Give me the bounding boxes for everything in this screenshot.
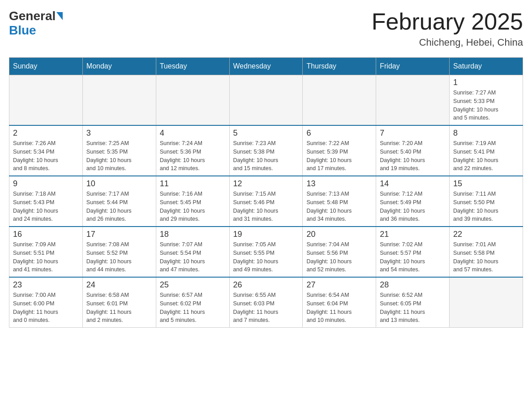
day-info: Sunrise: 6:57 AM Sunset: 6:02 PM Dayligh… — [160, 291, 226, 325]
day-info: Sunrise: 7:18 AM Sunset: 5:43 PM Dayligh… — [13, 190, 79, 223]
day-number: 21 — [380, 230, 446, 239]
calendar-cell — [229, 75, 303, 126]
day-info: Sunrise: 7:09 AM Sunset: 5:51 PM Dayligh… — [13, 240, 79, 274]
day-info: Sunrise: 7:20 AM Sunset: 5:40 PM Dayligh… — [380, 139, 446, 173]
page-header: General Blue February 2025 Chicheng, Heb… — [9, 9, 523, 48]
day-number: 10 — [86, 179, 152, 188]
day-number: 3 — [86, 128, 152, 138]
calendar-cell: 8Sunrise: 7:19 AM Sunset: 5:41 PM Daylig… — [450, 125, 523, 176]
calendar-cell: 21Sunrise: 7:02 AM Sunset: 5:57 PM Dayli… — [376, 227, 450, 277]
day-number: 11 — [160, 179, 226, 188]
day-info: Sunrise: 7:17 AM Sunset: 5:44 PM Dayligh… — [86, 190, 152, 223]
calendar-cell: 10Sunrise: 7:17 AM Sunset: 5:44 PM Dayli… — [82, 176, 156, 227]
calendar-cell: 9Sunrise: 7:18 AM Sunset: 5:43 PM Daylig… — [9, 176, 83, 227]
day-number: 9 — [13, 179, 79, 188]
calendar-week-row: 9Sunrise: 7:18 AM Sunset: 5:43 PM Daylig… — [9, 176, 523, 227]
calendar-cell: 28Sunrise: 6:52 AM Sunset: 6:05 PM Dayli… — [376, 277, 450, 328]
day-number: 2 — [13, 128, 79, 138]
month-title: February 2025 — [372, 9, 523, 34]
day-info: Sunrise: 7:01 AM Sunset: 5:58 PM Dayligh… — [453, 240, 519, 274]
calendar-week-row: 16Sunrise: 7:09 AM Sunset: 5:51 PM Dayli… — [9, 227, 523, 277]
calendar-cell — [82, 75, 156, 126]
day-number: 23 — [13, 280, 79, 290]
column-header-saturday: Saturday — [450, 58, 523, 75]
day-info: Sunrise: 7:11 AM Sunset: 5:50 PM Dayligh… — [453, 190, 519, 223]
day-info: Sunrise: 7:07 AM Sunset: 5:54 PM Dayligh… — [160, 240, 226, 274]
day-number: 17 — [86, 230, 152, 239]
calendar-header-row: SundayMondayTuesdayWednesdayThursdayFrid… — [9, 58, 523, 75]
logo-arrow-icon — [56, 12, 63, 20]
day-info: Sunrise: 7:16 AM Sunset: 5:45 PM Dayligh… — [160, 190, 226, 223]
calendar-cell: 27Sunrise: 6:54 AM Sunset: 6:04 PM Dayli… — [303, 277, 376, 328]
calendar-cell: 11Sunrise: 7:16 AM Sunset: 5:45 PM Dayli… — [156, 176, 229, 227]
day-number: 20 — [306, 230, 372, 239]
calendar-cell: 1Sunrise: 7:27 AM Sunset: 5:33 PM Daylig… — [450, 75, 523, 126]
logo-general-text: General — [9, 9, 56, 23]
calendar-cell: 22Sunrise: 7:01 AM Sunset: 5:58 PM Dayli… — [450, 227, 523, 277]
calendar-cell: 23Sunrise: 7:00 AM Sunset: 6:00 PM Dayli… — [9, 277, 83, 328]
logo: General Blue — [9, 9, 64, 38]
day-number: 14 — [380, 179, 446, 188]
calendar-cell: 3Sunrise: 7:25 AM Sunset: 5:35 PM Daylig… — [82, 125, 156, 176]
day-info: Sunrise: 6:55 AM Sunset: 6:03 PM Dayligh… — [233, 291, 299, 325]
day-number: 15 — [453, 179, 519, 188]
location-text: Chicheng, Hebei, China — [372, 37, 523, 48]
calendar-cell: 19Sunrise: 7:05 AM Sunset: 5:55 PM Dayli… — [229, 227, 303, 277]
day-number: 7 — [380, 128, 446, 138]
calendar-week-row: 2Sunrise: 7:26 AM Sunset: 5:34 PM Daylig… — [9, 125, 523, 176]
day-info: Sunrise: 7:26 AM Sunset: 5:34 PM Dayligh… — [13, 139, 79, 173]
column-header-sunday: Sunday — [9, 58, 83, 75]
calendar-cell: 25Sunrise: 6:57 AM Sunset: 6:02 PM Dayli… — [156, 277, 229, 328]
day-number: 12 — [233, 179, 299, 188]
calendar-cell: 5Sunrise: 7:23 AM Sunset: 5:38 PM Daylig… — [229, 125, 303, 176]
calendar-cell: 12Sunrise: 7:15 AM Sunset: 5:46 PM Dayli… — [229, 176, 303, 227]
day-number: 5 — [233, 128, 299, 138]
day-number: 22 — [453, 230, 519, 239]
calendar-cell: 16Sunrise: 7:09 AM Sunset: 5:51 PM Dayli… — [9, 227, 83, 277]
day-number: 16 — [13, 230, 79, 239]
calendar-cell: 20Sunrise: 7:04 AM Sunset: 5:56 PM Dayli… — [303, 227, 376, 277]
day-number: 19 — [233, 230, 299, 239]
calendar-cell: 4Sunrise: 7:24 AM Sunset: 5:36 PM Daylig… — [156, 125, 229, 176]
day-info: Sunrise: 7:23 AM Sunset: 5:38 PM Dayligh… — [233, 139, 299, 173]
day-number: 25 — [160, 280, 226, 290]
day-number: 26 — [233, 280, 299, 290]
calendar-cell: 14Sunrise: 7:12 AM Sunset: 5:49 PM Dayli… — [376, 176, 450, 227]
calendar-cell — [376, 75, 450, 126]
calendar-cell: 7Sunrise: 7:20 AM Sunset: 5:40 PM Daylig… — [376, 125, 450, 176]
calendar-cell — [9, 75, 83, 126]
calendar-cell: 15Sunrise: 7:11 AM Sunset: 5:50 PM Dayli… — [450, 176, 523, 227]
column-header-thursday: Thursday — [303, 58, 376, 75]
day-number: 1 — [453, 78, 519, 87]
day-number: 27 — [306, 280, 372, 290]
day-info: Sunrise: 7:19 AM Sunset: 5:41 PM Dayligh… — [453, 139, 519, 173]
title-section: February 2025 Chicheng, Hebei, China — [372, 9, 523, 48]
calendar-cell: 24Sunrise: 6:58 AM Sunset: 6:01 PM Dayli… — [82, 277, 156, 328]
day-number: 6 — [306, 128, 372, 138]
column-header-wednesday: Wednesday — [229, 58, 303, 75]
column-header-friday: Friday — [376, 58, 450, 75]
calendar-cell — [156, 75, 229, 126]
day-info: Sunrise: 7:25 AM Sunset: 5:35 PM Dayligh… — [86, 139, 152, 173]
day-info: Sunrise: 6:52 AM Sunset: 6:05 PM Dayligh… — [380, 291, 446, 325]
day-info: Sunrise: 7:05 AM Sunset: 5:55 PM Dayligh… — [233, 240, 299, 274]
day-number: 28 — [380, 280, 446, 290]
day-info: Sunrise: 7:00 AM Sunset: 6:00 PM Dayligh… — [13, 291, 79, 325]
calendar-cell: 17Sunrise: 7:08 AM Sunset: 5:52 PM Dayli… — [82, 227, 156, 277]
day-info: Sunrise: 7:24 AM Sunset: 5:36 PM Dayligh… — [160, 139, 226, 173]
calendar-cell: 26Sunrise: 6:55 AM Sunset: 6:03 PM Dayli… — [229, 277, 303, 328]
day-info: Sunrise: 7:04 AM Sunset: 5:56 PM Dayligh… — [306, 240, 372, 274]
day-info: Sunrise: 6:54 AM Sunset: 6:04 PM Dayligh… — [306, 291, 372, 325]
calendar-cell: 2Sunrise: 7:26 AM Sunset: 5:34 PM Daylig… — [9, 125, 83, 176]
day-info: Sunrise: 7:27 AM Sunset: 5:33 PM Dayligh… — [453, 89, 519, 122]
day-info: Sunrise: 7:15 AM Sunset: 5:46 PM Dayligh… — [233, 190, 299, 223]
calendar-cell: 13Sunrise: 7:13 AM Sunset: 5:48 PM Dayli… — [303, 176, 376, 227]
day-info: Sunrise: 7:22 AM Sunset: 5:39 PM Dayligh… — [306, 139, 372, 173]
calendar-cell: 18Sunrise: 7:07 AM Sunset: 5:54 PM Dayli… — [156, 227, 229, 277]
calendar-cell — [303, 75, 376, 126]
day-number: 8 — [453, 128, 519, 138]
calendar-cell — [450, 277, 523, 328]
calendar-table: SundayMondayTuesdayWednesdayThursdayFrid… — [9, 57, 523, 328]
day-info: Sunrise: 7:08 AM Sunset: 5:52 PM Dayligh… — [86, 240, 152, 274]
day-number: 24 — [86, 280, 152, 290]
